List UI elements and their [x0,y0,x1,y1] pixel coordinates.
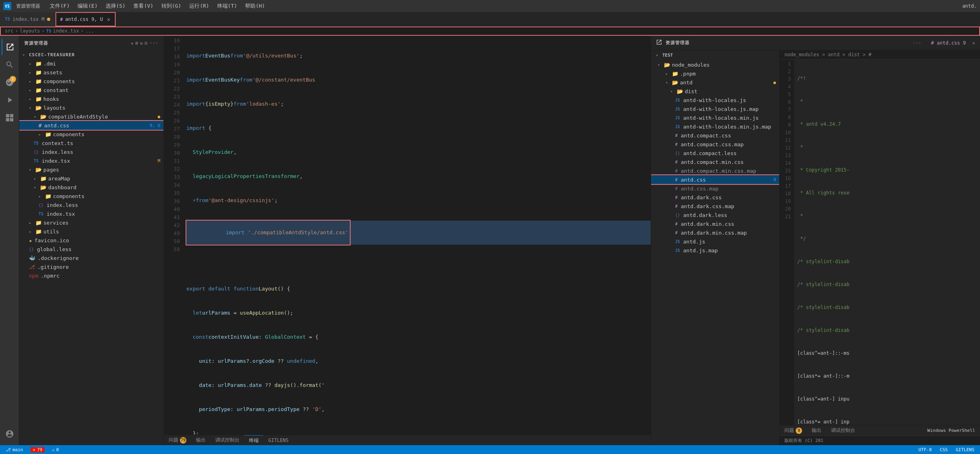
breadcrumb-ts-icon: TS [46,29,51,34]
right-tab-output[interactable]: 输出 [807,425,826,436]
tree-item-global-less[interactable]: {} global.less [19,245,163,254]
tree-item-index-less[interactable]: {} index.less [19,147,163,156]
status-gitlens[interactable]: GITLENS [953,447,977,452]
tab-index-tsx[interactable]: TS index.tsx M [0,12,55,27]
right-more-icon[interactable]: ··· [913,40,921,46]
new-file-icon[interactable]: + [131,41,134,46]
tree-item-dash-tsx[interactable]: TS index.tsx [19,209,163,218]
git-badge: 3 [10,76,16,82]
antd-js-label: antd.js [683,239,705,245]
antd-css-right-label: antd.css [681,177,706,183]
right-tree-node-modules[interactable]: 📂 node_modules [651,60,779,69]
menu-item-file[interactable]: 文件(F) [47,2,73,10]
tree-item-comp-sub[interactable]: 📁 components [19,130,163,139]
right-tree-antd-dark-minmap[interactable]: # antd.dark.min.css.map [651,228,779,237]
right-tree-antd-cssmap[interactable]: # antd.css.map [651,184,779,193]
status-language[interactable]: CSS [937,447,950,452]
menu-item-run[interactable]: 运行(R) [186,2,212,10]
right-tree-awlmin-js[interactable]: JS antd-with-locales.min.js [651,113,779,122]
right-tree-antd-dark[interactable]: # antd.dark.css [651,193,779,202]
right-tab-problems[interactable]: 问题 9 [780,425,807,436]
activity-search[interactable] [2,57,18,73]
more-actions-icon[interactable]: ··· [149,41,159,46]
new-folder-icon[interactable]: ⊞ [135,41,139,46]
menu-item-goto[interactable]: 转到(G) [158,2,184,10]
right-tree-compact-mincss[interactable]: # antd.compact.min.css [651,157,779,166]
tree-item-pages[interactable]: 📂 pages [19,165,163,174]
tab-close-button[interactable]: ✕ [107,16,110,22]
panel-tab-gitlens[interactable]: GITLENS [263,435,294,445]
editor-content: 1617181920 2122232425 2627282930 3132333… [164,36,651,435]
panel-tab-output[interactable]: 输出 [191,435,210,445]
right-tree-compact-css[interactable]: # antd.compact.css [651,131,779,140]
status-warnings[interactable]: ⚠ 0 [49,447,61,452]
panel-tab-terminal[interactable]: 终端 [244,435,263,445]
right-tree-antd-js[interactable]: JS antd.js [651,237,779,246]
tree-item-compatible[interactable]: 📂 compatibleAntdStyle ● [19,112,163,121]
tab-antd-css[interactable]: # antd.css 9, U ✕ [55,12,116,27]
tree-item-assets[interactable]: 📁 assets [19,68,163,77]
menu-item-edit[interactable]: 编辑(E) [74,2,100,10]
project-root[interactable]: CSCEC-TREASURER [19,50,163,59]
tree-item-layouts[interactable]: 📂 layouts [19,103,163,112]
right-tree-antd-dark-map[interactable]: # antd.dark.css.map [651,202,779,211]
tree-item-components[interactable]: 📁 components [19,77,163,86]
tree-item-dmi[interactable]: 📁 .dmi [19,59,163,68]
right-tree-awl-js[interactable]: JS antd-with-locales.js [651,96,779,104]
tree-item-areamap[interactable]: 📁 areaMap [19,174,163,183]
status-encoding[interactable]: UTF-8 [916,447,934,452]
rcode-2: * [797,98,980,105]
panel-tab-problems[interactable]: 问题 79 [164,435,191,445]
activity-remote[interactable] [2,426,18,442]
panel-tab-debug[interactable]: 调试控制台 [210,435,244,445]
menu-item-view[interactable]: 查看(V) [130,2,156,10]
right-tree-awl-jsmap[interactable]: JS antd-with-locales.js.map [651,104,779,113]
collapse-icon[interactable]: ⊟ [145,41,148,46]
global-less-icon: {} [29,247,34,252]
tree-item-dashboard[interactable]: 📂 dashboard [19,183,163,192]
tree-item-antd-css-left[interactable]: # antd.css 9, U [19,121,163,130]
tree-item-constant[interactable]: 📁 constant [19,86,163,94]
dashboard-arrow [34,185,39,190]
tree-item-dashboard-comp[interactable]: 📁 components [19,192,163,200]
tree-item-dockerignore[interactable]: 🐳 .dockerignore [19,254,163,262]
activity-git[interactable]: 3 [2,74,18,90]
antd-darkminmap-icon: # [675,231,678,235]
tree-item-dash-less[interactable]: {} index.less [19,200,163,209]
activity-debug[interactable] [2,92,18,108]
menu-item-terminal[interactable]: 终端(T) [214,2,240,10]
tree-item-hooks[interactable]: 📁 hooks [19,94,163,103]
activity-extensions[interactable] [2,110,18,126]
tree-item-gitignore[interactable]: ⎇ .gitignore [19,262,163,271]
activity-explorer[interactable] [2,39,18,55]
tree-item-npmrc[interactable]: npm .npmrc [19,271,163,280]
context-label: context.ts [42,140,73,146]
right-tree-antd-jsmap[interactable]: JS antd.js.map [651,246,779,255]
code-editor[interactable]: import EventBus from '@/utils/eventBus';… [183,36,651,435]
menu-item-help[interactable]: 帮助(H) [242,2,268,10]
right-tree-antd-dark-less[interactable]: {} antd.dark.less [651,211,779,219]
code-line-31: }; [186,429,651,435]
refresh-icon[interactable]: ↻ [140,41,143,46]
right-tab-close[interactable]: ✕ [972,40,975,46]
tree-item-index-tsx[interactable]: TS index.tsx M [19,156,163,165]
right-tree-antd-dark-min[interactable]: # antd.dark.min.css [651,219,779,228]
status-branch[interactable]: ⎇ main [3,447,26,452]
status-errors[interactable]: ✕ 79 [31,447,45,452]
tree-item-services[interactable]: 📁 services [19,218,163,227]
right-tree-antd[interactable]: 📂 antd ● [651,78,779,87]
right-code-editor[interactable]: /*! * * antd v4.24.7 * * Copyright 2015-… [794,59,980,425]
right-tree-compact-less[interactable]: {} antd.compact.less [651,149,779,157]
tree-item-context[interactable]: TS context.ts [19,139,163,147]
right-tree-awlmin-jsmap[interactable]: JS antd-with-locales.min.js.map [651,122,779,131]
tree-item-favicon[interactable]: ★ favicon.ico [19,236,163,245]
menu-item-select[interactable]: 选择(S) [102,2,129,10]
antd-jsmap-label: antd.js.map [683,247,718,254]
right-tree-compact-cssmap[interactable]: # antd.compact.css.map [651,140,779,149]
right-tree-compact-mincssmap[interactable]: # antd.compact.min.css.map [651,166,779,175]
right-tab-debug[interactable]: 调试控制台 [826,425,860,436]
right-tree-pnpm[interactable]: 📁 .pnpm [651,69,779,78]
right-tree-antd-css[interactable]: # antd.css 9 [651,175,779,184]
right-tree-dist[interactable]: 📂 dist [651,87,779,96]
tree-item-utils[interactable]: 📁 utils [19,227,163,236]
